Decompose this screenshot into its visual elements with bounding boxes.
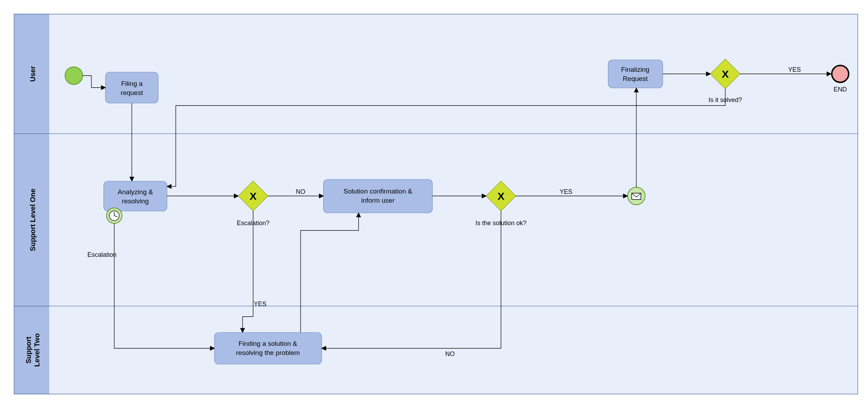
svg-rect-17 (104, 181, 167, 211)
task-filing-a-request: Filing a request (105, 72, 158, 103)
task-finalizing-request: Finalizing Request (608, 60, 663, 88)
lane-header-l2-line1: Support (25, 336, 32, 363)
label-yes-3: YES (788, 66, 801, 73)
svg-text:Analyzing &: Analyzing & (118, 188, 153, 196)
svg-text:request: request (121, 89, 143, 96)
label-yes-2: YES (560, 188, 572, 195)
svg-text:resolving the problem: resolving the problem (236, 349, 300, 356)
lane-header-l2-line2: Level Two (33, 333, 41, 367)
label-no-2: NO (445, 350, 455, 357)
svg-text:X: X (722, 68, 729, 80)
svg-text:Filing a: Filing a (121, 80, 143, 87)
svg-text:X: X (497, 190, 504, 202)
lane-header-user: User (29, 66, 37, 82)
svg-text:X: X (250, 190, 257, 202)
svg-text:END: END (834, 86, 847, 93)
svg-text:resolving: resolving (122, 197, 149, 205)
end-event: END (832, 65, 849, 93)
svg-text:Escalation: Escalation (87, 251, 116, 258)
svg-text:inform user: inform user (361, 197, 395, 204)
lane-header-l1: Support Level One (29, 189, 37, 251)
task-solution-confirmation: Solution confirmation & inform user (323, 179, 432, 213)
task-analyzing-resolving: Analyzing & resolving (104, 181, 167, 211)
svg-rect-8 (608, 60, 663, 88)
svg-rect-28 (323, 179, 432, 213)
svg-text:Request: Request (623, 75, 648, 82)
message-event (628, 187, 645, 205)
svg-text:Solution confirmation &: Solution confirmation & (343, 188, 412, 195)
svg-text:Finalizing: Finalizing (621, 66, 649, 73)
svg-text:Finding a solution &: Finding a solution & (239, 340, 297, 347)
label-yes-1: YES (254, 300, 266, 307)
label-no-1: NO (296, 188, 306, 195)
svg-rect-5 (105, 72, 158, 103)
task-finding-a-solution: Finding a solution & resolving the probl… (214, 332, 322, 364)
start-event (65, 67, 83, 84)
svg-rect-36 (214, 332, 322, 364)
